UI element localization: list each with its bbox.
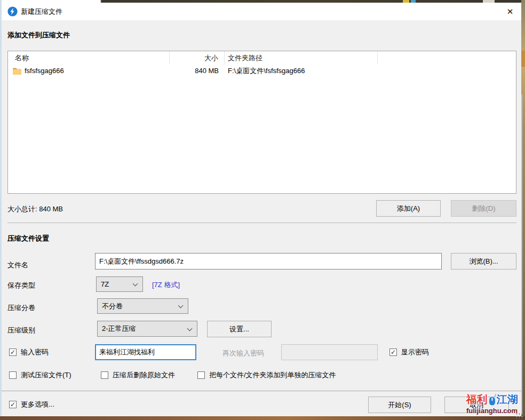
checkbox-unchecked-icon[interactable] (9, 371, 17, 379)
desktop-background-bottom (0, 416, 525, 420)
desktop-window-edge (521, 94, 522, 415)
column-header-path[interactable]: 文件夹路径 (225, 51, 378, 65)
file-name-cell: fsfsfsgag666 (8, 65, 170, 77)
watermark-dots-decoration (515, 413, 524, 419)
watermark: 福利 江湖 fulijianghu.com (459, 392, 525, 415)
chevron-down-icon (187, 326, 193, 331)
file-path-cell: F:\桌面文件\fsfsfsgag666 (225, 65, 378, 77)
show-password-checkbox-row[interactable]: ✓ 显示密码 (389, 348, 429, 356)
password-checkbox-row[interactable]: ✓ 输入密码 (9, 348, 49, 356)
watermark-text-red: 福利 (466, 392, 488, 407)
password-input[interactable]: 来福利江湖找福利 (95, 344, 196, 360)
file-size-cell: 840 MB (170, 65, 225, 77)
save-type-label: 保存类型 (7, 281, 35, 290)
show-password-label: 显示密码 (401, 347, 429, 357)
watermark-mouse-icon (488, 393, 497, 407)
level-dropdown[interactable]: 2-正常压缩 (97, 321, 197, 337)
filename-label: 文件名 (7, 260, 28, 270)
chevron-down-icon (178, 303, 184, 308)
volume-value: 不分卷 (102, 302, 123, 311)
file-name: fsfsfsgag666 (25, 65, 64, 77)
title-bar: 新建压缩文件 ✕ (2, 3, 521, 20)
table-row[interactable]: fsfsfsgag666 840 MB F:\桌面文件\fsfsfsgag666 (8, 65, 516, 77)
column-header-spacer (378, 51, 516, 65)
test-archive-label: 测试压缩文件(T) (21, 370, 71, 380)
delete-button: 删除(D) (451, 200, 516, 217)
column-header-size[interactable]: 大小 (170, 51, 225, 65)
column-header-name[interactable]: 名称 (8, 51, 170, 65)
level-value: 2-正常压缩 (102, 324, 136, 334)
total-size-label: 大小总计: 840 MB (7, 204, 63, 214)
add-button[interactable]: 添加(A) (376, 200, 441, 217)
password-checkbox-label: 输入密码 (21, 347, 49, 357)
test-archive-checkbox-row[interactable]: 测试压缩文件(T) (9, 371, 71, 379)
reenter-password-label: 再次输入密码 (222, 348, 264, 358)
checkbox-unchecked-icon[interactable] (197, 371, 205, 379)
window-title: 新建压缩文件 (21, 3, 62, 20)
delete-after-label: 压缩后删除原始文件 (113, 370, 175, 380)
new-archive-dialog: 新建压缩文件 ✕ 添加文件到压缩文件 名称 大小 文件夹路径 fsfsfsgag… (2, 3, 521, 416)
app-icon (7, 6, 18, 17)
more-options-label: 更多选项... (21, 400, 54, 409)
file-list[interactable]: 名称 大小 文件夹路径 fsfsfsgag666 840 MB F:\桌面文件\… (7, 51, 516, 194)
separate-archives-label: 把每个文件/文件夹添加到单独的压缩文件 (209, 370, 336, 380)
desktop-background-right (521, 0, 525, 420)
file-list-header: 名称 大小 文件夹路径 (8, 51, 516, 65)
separate-archives-checkbox-row[interactable]: 把每个文件/文件夹添加到单独的压缩文件 (197, 371, 336, 379)
start-button[interactable]: 开始(S) (368, 397, 431, 413)
footer-divider (2, 391, 521, 391)
delete-after-checkbox-row[interactable]: 压缩后删除原始文件 (101, 371, 175, 379)
volume-label: 压缩分卷 (7, 303, 35, 313)
watermark-logo-row: 福利 江湖 (459, 392, 525, 407)
filename-input[interactable]: F:\桌面文件\ffssdgsd666.7z (95, 253, 442, 270)
folder-icon (13, 68, 21, 75)
more-options-checkbox-row[interactable]: ✓ 更多选项... (9, 400, 54, 409)
checkbox-checked-icon[interactable]: ✓ (389, 348, 397, 356)
settings-button[interactable]: 设置... (207, 321, 272, 337)
add-section-header: 添加文件到压缩文件 (7, 30, 70, 40)
chevron-down-icon (133, 281, 138, 287)
save-type-dropdown[interactable]: 7Z (96, 276, 143, 292)
volume-dropdown[interactable]: 不分卷 (97, 298, 188, 314)
checkbox-checked-icon[interactable]: ✓ (9, 348, 17, 356)
settings-section-header: 压缩文件设置 (7, 234, 49, 243)
format-link[interactable]: [7Z 格式] (152, 280, 180, 290)
desktop-speck (521, 51, 525, 67)
browse-button[interactable]: 浏览(B)... (451, 253, 516, 270)
checkbox-unchecked-icon[interactable] (101, 371, 108, 379)
checkbox-checked-icon[interactable]: ✓ (9, 401, 17, 408)
save-type-value: 7Z (101, 280, 109, 288)
level-label: 压缩级别 (7, 326, 35, 335)
close-icon[interactable]: ✕ (499, 3, 521, 20)
watermark-text-blue: 江湖 (497, 392, 518, 407)
reenter-password-input (281, 344, 378, 360)
section-divider (7, 223, 516, 223)
